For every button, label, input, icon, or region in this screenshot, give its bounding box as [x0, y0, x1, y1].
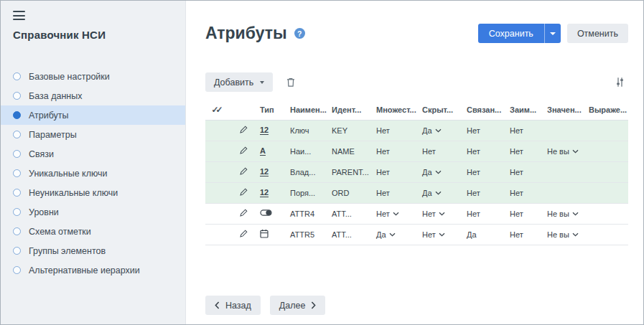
multiple-value: Нет [376, 189, 390, 197]
edit-cell[interactable] [230, 182, 257, 203]
toolbar: Добавить [205, 72, 628, 92]
save-dropdown-button[interactable] [544, 24, 561, 43]
chevron-right-icon [311, 301, 316, 309]
edit-pencil-icon[interactable] [239, 231, 248, 240]
linked-cell: Нет [464, 141, 507, 161]
multiple-value: Нет [376, 209, 390, 218]
multiple-value: Нет [376, 147, 390, 156]
add-button-label: Добавить [214, 77, 253, 88]
sidebar-nav: Базовые настройки База данных Атрибуты П… [1, 67, 185, 280]
sidebar-item[interactable]: Группы элементов [1, 241, 185, 260]
edit-cell[interactable] [230, 120, 257, 141]
table-row[interactable]: 12Влад...PARENT...НетДаНетНет [205, 161, 628, 182]
row-select-cell[interactable] [205, 161, 230, 182]
column-header[interactable]: Связан... [464, 100, 507, 120]
multiple-cell[interactable]: Нет [373, 203, 419, 224]
value-cell[interactable]: Не вы [544, 141, 586, 161]
row-select-cell[interactable] [205, 203, 230, 224]
value-cell[interactable]: Не вы [544, 224, 586, 245]
multiple-cell[interactable]: Да [373, 224, 419, 245]
hidden-value: Нет [422, 209, 436, 218]
linked-cell: Нет [464, 203, 507, 224]
sidebar-item-label: Параметры [29, 130, 77, 140]
sidebar-item-label: Схема отметки [29, 227, 91, 237]
hidden-cell[interactable]: Да [419, 182, 464, 203]
column-header[interactable]: Тип [257, 100, 287, 120]
name-cell[interactable]: Поря... [287, 182, 329, 203]
edit-cell[interactable] [230, 161, 257, 182]
column-header[interactable]: Скрыт... [419, 100, 464, 120]
column-header[interactable]: Множест... [373, 100, 419, 120]
hidden-cell[interactable]: Нет [419, 203, 464, 224]
ident-cell[interactable]: ORD [329, 182, 373, 203]
table-row[interactable]: ATTR4ATT...НетНетНетНетНе вы [205, 203, 628, 224]
row-select-cell[interactable] [205, 120, 230, 141]
borrowed-cell: Нет [507, 161, 544, 182]
sidebar-item-label: Связи [29, 149, 54, 159]
select-all-icon[interactable]: ✓✓ [211, 105, 223, 115]
ident-cell[interactable]: NAME [329, 141, 373, 161]
menu-icon[interactable] [13, 11, 25, 20]
next-button[interactable]: Далее [270, 296, 326, 315]
column-header[interactable]: Заим... [507, 100, 544, 120]
table-row[interactable]: ATTR5ATT...ДаНетДаНетНе вы [205, 224, 628, 245]
sidebar-item[interactable]: Уникальные ключи [1, 164, 185, 183]
edit-pencil-icon[interactable] [239, 169, 248, 177]
type-cell: 12 [257, 161, 287, 182]
table-row[interactable]: AНаи...NAMEНетНетНетНетНе вы [205, 141, 628, 161]
hidden-cell[interactable]: Нет [419, 224, 464, 245]
name-cell[interactable]: ATTR4 [287, 203, 329, 224]
column-header[interactable]: Выраже... [586, 100, 628, 120]
edit-cell[interactable] [230, 203, 257, 224]
table-row[interactable]: 12Поря...ORDНетДаНетНет [205, 182, 628, 203]
edit-pencil-icon[interactable] [239, 189, 248, 198]
delete-icon[interactable] [283, 74, 299, 90]
back-button[interactable]: Назад [205, 296, 261, 315]
cancel-button[interactable]: Отменить [567, 24, 628, 43]
sidebar-item[interactable]: Уровни [1, 202, 185, 222]
help-icon[interactable]: ? [294, 28, 305, 39]
edit-pencil-icon[interactable] [239, 148, 248, 156]
radio-circle-icon [13, 111, 21, 119]
sidebar-item[interactable]: Параметры [1, 125, 185, 144]
column-header[interactable]: Значен... [544, 100, 586, 120]
sidebar-item[interactable]: Неуникальные ключи [1, 183, 185, 202]
hidden-value: Да [422, 168, 432, 176]
ident-cell[interactable]: KEY [329, 120, 373, 141]
row-select-cell[interactable] [205, 141, 230, 161]
ident-cell[interactable]: ATT... [329, 224, 373, 245]
ident-cell[interactable]: ATT... [329, 203, 373, 224]
column-header[interactable]: Идент... [329, 100, 373, 120]
row-select-cell[interactable] [205, 182, 230, 203]
expression-cell [586, 120, 628, 141]
sidebar-item[interactable]: Атрибуты [1, 105, 185, 125]
name-cell[interactable]: ATTR5 [287, 224, 329, 245]
edit-cell[interactable] [230, 224, 257, 245]
column-header[interactable]: Наимен... [287, 100, 329, 120]
name-cell[interactable]: Ключ [287, 120, 329, 141]
add-button[interactable]: Добавить [205, 72, 273, 92]
expression-cell [586, 141, 628, 161]
borrowed-value: Нет [510, 126, 523, 135]
sidebar-item[interactable]: Базовые настройки [1, 67, 185, 86]
name-cell[interactable]: Наи... [287, 141, 329, 161]
ident-cell[interactable]: PARENT... [329, 161, 373, 182]
app-window: Справочник НСИ Базовые настройки База да… [0, 0, 644, 325]
hidden-cell[interactable]: Да [419, 120, 464, 141]
sidebar-item[interactable]: Альтернативные иерархии [1, 260, 185, 280]
hidden-cell[interactable]: Да [419, 161, 464, 182]
save-button[interactable]: Сохранить [478, 24, 544, 43]
sidebar-item[interactable]: Связи [1, 144, 185, 164]
linked-value: Нет [467, 168, 480, 176]
table-row[interactable]: 12КлючKEYНетДаНетНет [205, 120, 628, 141]
edit-cell[interactable] [230, 141, 257, 161]
row-select-cell[interactable] [205, 224, 230, 245]
name-cell[interactable]: Влад... [287, 161, 329, 182]
edit-pencil-icon[interactable] [239, 127, 248, 136]
next-button-label: Далее [279, 301, 306, 311]
value-cell[interactable]: Не вы [544, 203, 586, 224]
sidebar-item[interactable]: База данных [1, 86, 185, 105]
sidebar-item[interactable]: Схема отметки [1, 222, 185, 241]
column-settings-icon[interactable] [612, 74, 628, 90]
edit-pencil-icon[interactable] [239, 210, 248, 219]
